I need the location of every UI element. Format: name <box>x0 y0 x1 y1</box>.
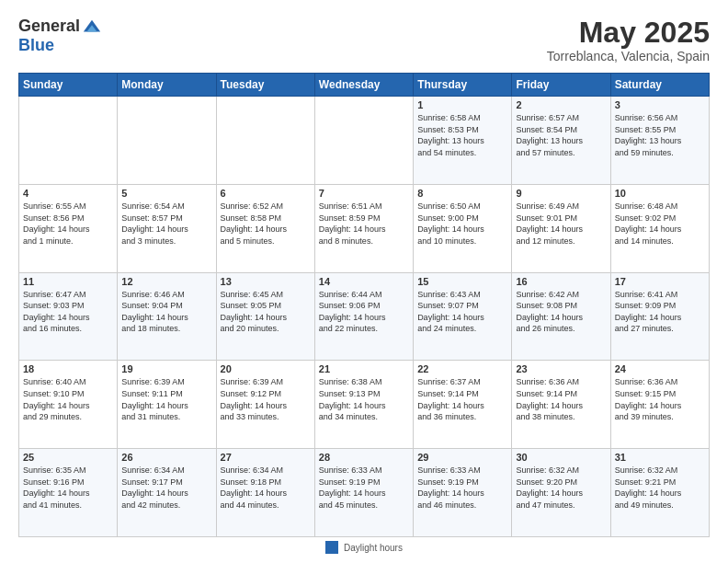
calendar-cell: 7Sunrise: 6:51 AM Sunset: 8:59 PM Daylig… <box>314 184 413 272</box>
day-info: Sunrise: 6:38 AM Sunset: 9:13 PM Dayligh… <box>319 376 409 422</box>
calendar-cell: 17Sunrise: 6:41 AM Sunset: 9:09 PM Dayli… <box>610 272 709 361</box>
calendar-cell <box>118 97 216 185</box>
day-number: 7 <box>319 188 409 199</box>
calendar-cell <box>19 97 118 185</box>
day-info: Sunrise: 6:45 AM Sunset: 9:05 PM Dayligh… <box>221 289 311 335</box>
calendar-cell: 28Sunrise: 6:33 AM Sunset: 9:19 PM Dayli… <box>314 449 413 537</box>
day-number: 6 <box>221 188 311 199</box>
day-info: Sunrise: 6:48 AM Sunset: 9:02 PM Dayligh… <box>615 201 705 247</box>
calendar-cell: 14Sunrise: 6:44 AM Sunset: 9:06 PM Dayli… <box>314 272 413 361</box>
day-number: 14 <box>319 276 409 287</box>
day-number: 1 <box>417 99 507 110</box>
calendar-cell: 25Sunrise: 6:35 AM Sunset: 9:16 PM Dayli… <box>19 449 118 537</box>
day-number: 22 <box>417 363 507 374</box>
day-info: Sunrise: 6:33 AM Sunset: 9:19 PM Dayligh… <box>319 465 409 511</box>
day-number: 4 <box>23 188 113 199</box>
month-year: May 2025 <box>547 17 710 49</box>
day-number: 10 <box>615 188 705 199</box>
day-number: 12 <box>121 276 211 287</box>
day-info: Sunrise: 6:44 AM Sunset: 9:06 PM Dayligh… <box>319 289 409 335</box>
calendar-cell: 24Sunrise: 6:36 AM Sunset: 9:15 PM Dayli… <box>610 361 709 449</box>
day-info: Sunrise: 6:57 AM Sunset: 8:54 PM Dayligh… <box>516 112 606 158</box>
page: General Blue May 2025 Torreblanca, Valen… <box>0 0 728 563</box>
day-number: 13 <box>221 276 311 287</box>
day-number: 28 <box>319 452 409 463</box>
footer-label: Daylight hours <box>344 543 403 553</box>
calendar-cell: 8Sunrise: 6:50 AM Sunset: 9:00 PM Daylig… <box>414 184 512 272</box>
day-number: 17 <box>615 276 705 287</box>
day-info: Sunrise: 6:41 AM Sunset: 9:09 PM Dayligh… <box>615 289 705 335</box>
calendar-cell: 1Sunrise: 6:58 AM Sunset: 8:53 PM Daylig… <box>414 97 512 185</box>
calendar-cell: 11Sunrise: 6:47 AM Sunset: 9:03 PM Dayli… <box>19 272 118 361</box>
day-info: Sunrise: 6:47 AM Sunset: 9:03 PM Dayligh… <box>23 289 113 335</box>
day-info: Sunrise: 6:36 AM Sunset: 9:14 PM Dayligh… <box>516 376 606 422</box>
day-info: Sunrise: 6:39 AM Sunset: 9:12 PM Dayligh… <box>221 376 311 422</box>
day-number: 16 <box>516 276 606 287</box>
day-info: Sunrise: 6:43 AM Sunset: 9:07 PM Dayligh… <box>417 289 507 335</box>
day-info: Sunrise: 6:39 AM Sunset: 9:11 PM Dayligh… <box>121 376 211 422</box>
col-header-wednesday: Wednesday <box>314 74 413 97</box>
day-number: 24 <box>615 363 705 374</box>
calendar-cell: 10Sunrise: 6:48 AM Sunset: 9:02 PM Dayli… <box>610 184 709 272</box>
day-number: 31 <box>615 452 705 463</box>
day-number: 3 <box>615 99 705 110</box>
day-info: Sunrise: 6:58 AM Sunset: 8:53 PM Dayligh… <box>417 112 507 158</box>
day-number: 5 <box>121 188 211 199</box>
calendar-cell: 18Sunrise: 6:40 AM Sunset: 9:10 PM Dayli… <box>19 361 118 449</box>
calendar-cell: 31Sunrise: 6:32 AM Sunset: 9:21 PM Dayli… <box>610 449 709 537</box>
col-header-tuesday: Tuesday <box>216 74 314 97</box>
col-header-monday: Monday <box>118 74 216 97</box>
header: General Blue May 2025 Torreblanca, Valen… <box>18 17 710 63</box>
calendar-cell <box>314 97 413 185</box>
calendar-week-4: 18Sunrise: 6:40 AM Sunset: 9:10 PM Dayli… <box>19 361 710 449</box>
col-header-saturday: Saturday <box>610 74 709 97</box>
footer: Daylight hours <box>18 541 710 554</box>
calendar-week-1: 1Sunrise: 6:58 AM Sunset: 8:53 PM Daylig… <box>19 97 710 185</box>
day-info: Sunrise: 6:49 AM Sunset: 9:01 PM Dayligh… <box>516 201 606 247</box>
day-info: Sunrise: 6:56 AM Sunset: 8:55 PM Dayligh… <box>615 112 705 158</box>
calendar-cell: 13Sunrise: 6:45 AM Sunset: 9:05 PM Dayli… <box>216 272 314 361</box>
calendar-cell: 29Sunrise: 6:33 AM Sunset: 9:19 PM Dayli… <box>414 449 512 537</box>
calendar-cell: 22Sunrise: 6:37 AM Sunset: 9:14 PM Dayli… <box>414 361 512 449</box>
calendar-cell: 27Sunrise: 6:34 AM Sunset: 9:18 PM Dayli… <box>216 449 314 537</box>
day-number: 21 <box>319 363 409 374</box>
day-info: Sunrise: 6:40 AM Sunset: 9:10 PM Dayligh… <box>23 376 113 422</box>
calendar-cell: 30Sunrise: 6:32 AM Sunset: 9:20 PM Dayli… <box>512 449 610 537</box>
day-number: 2 <box>516 99 606 110</box>
day-number: 29 <box>417 452 507 463</box>
day-number: 19 <box>121 363 211 374</box>
calendar-cell: 4Sunrise: 6:55 AM Sunset: 8:56 PM Daylig… <box>19 184 118 272</box>
day-info: Sunrise: 6:34 AM Sunset: 9:17 PM Dayligh… <box>121 465 211 511</box>
day-info: Sunrise: 6:46 AM Sunset: 9:04 PM Dayligh… <box>121 289 211 335</box>
calendar-cell: 26Sunrise: 6:34 AM Sunset: 9:17 PM Dayli… <box>118 449 216 537</box>
logo-general-text: General <box>18 17 80 36</box>
day-info: Sunrise: 6:50 AM Sunset: 9:00 PM Dayligh… <box>417 201 507 247</box>
day-info: Sunrise: 6:34 AM Sunset: 9:18 PM Dayligh… <box>221 465 311 511</box>
logo-blue-text: Blue <box>18 36 54 54</box>
day-info: Sunrise: 6:33 AM Sunset: 9:19 PM Dayligh… <box>417 465 507 511</box>
calendar-cell: 21Sunrise: 6:38 AM Sunset: 9:13 PM Dayli… <box>314 361 413 449</box>
day-number: 18 <box>23 363 113 374</box>
col-header-sunday: Sunday <box>19 74 118 97</box>
day-number: 8 <box>417 188 507 199</box>
day-info: Sunrise: 6:51 AM Sunset: 8:59 PM Dayligh… <box>319 201 409 247</box>
calendar-week-2: 4Sunrise: 6:55 AM Sunset: 8:56 PM Daylig… <box>19 184 710 272</box>
col-header-thursday: Thursday <box>414 74 512 97</box>
day-info: Sunrise: 6:36 AM Sunset: 9:15 PM Dayligh… <box>615 376 705 422</box>
calendar-cell: 9Sunrise: 6:49 AM Sunset: 9:01 PM Daylig… <box>512 184 610 272</box>
day-number: 15 <box>417 276 507 287</box>
day-info: Sunrise: 6:52 AM Sunset: 8:58 PM Dayligh… <box>221 201 311 247</box>
day-info: Sunrise: 6:35 AM Sunset: 9:16 PM Dayligh… <box>23 465 113 511</box>
day-info: Sunrise: 6:32 AM Sunset: 9:20 PM Dayligh… <box>516 465 606 511</box>
col-header-friday: Friday <box>512 74 610 97</box>
day-number: 25 <box>23 452 113 463</box>
calendar-cell <box>216 97 314 185</box>
location: Torreblanca, Valencia, Spain <box>547 49 710 63</box>
calendar-cell: 3Sunrise: 6:56 AM Sunset: 8:55 PM Daylig… <box>610 97 709 185</box>
logo: General Blue <box>18 17 102 55</box>
day-info: Sunrise: 6:37 AM Sunset: 9:14 PM Dayligh… <box>417 376 507 422</box>
calendar-cell: 6Sunrise: 6:52 AM Sunset: 8:58 PM Daylig… <box>216 184 314 272</box>
day-number: 30 <box>516 452 606 463</box>
day-number: 27 <box>221 452 311 463</box>
calendar-cell: 5Sunrise: 6:54 AM Sunset: 8:57 PM Daylig… <box>118 184 216 272</box>
